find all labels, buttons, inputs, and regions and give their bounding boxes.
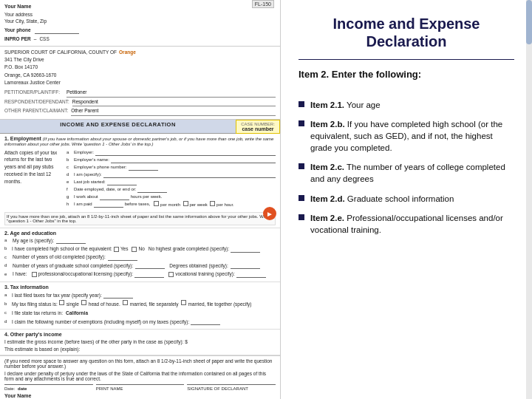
panel-header: Income and Expense Declaration Item 2. E…: [299, 15, 514, 87]
additional-jobs-note: If you have more than one job, attach an…: [4, 212, 276, 225]
list-item: Item 2.c. The number of years of college…: [299, 161, 514, 185]
bullet-icon: [299, 214, 304, 220]
party-income-subtext: This estimate is based on (explain):: [4, 346, 276, 353]
section-1-label: 1. Employment (If you have information a…: [4, 136, 276, 146]
party-income-text: I estimate the gross income (before taxe…: [4, 338, 276, 346]
court-info: SUPERIOR COURT OF CALIFORNIA, COUNTY OF …: [0, 47, 280, 120]
signature-row: Date: date PRINT NAME SIGNATURE OF DECLA…: [4, 384, 276, 391]
bullet-icon: [299, 195, 304, 201]
form-address-block: Your Name Your address Your City, State,…: [0, 0, 280, 47]
panel-title: Income and Expense Declaration: [299, 15, 514, 50]
age-edu-items: a My age is (specify): b I have complete…: [4, 237, 276, 279]
scrollbar-thumb[interactable]: [526, 0, 532, 44]
name-field: Your Name: [4, 3, 276, 11]
list-item: Item 2.d. Graduate school information: [299, 193, 514, 205]
bullet-icon: [299, 120, 304, 126]
phone-field: Your phone: [4, 27, 276, 34]
employment-section: 1. Employment (If you have information a…: [0, 134, 280, 228]
list-item: Item 2.e. Professional/occupational lice…: [299, 212, 514, 236]
inpro-row: INPRO PER – CSS: [4, 35, 276, 43]
form-bottom: (If you need more space to answer any qu…: [0, 355, 280, 399]
title-divider: [299, 59, 514, 60]
instructions-panel: Income and Expense Declaration Item 2. E…: [281, 0, 532, 399]
scrollbar-track[interactable]: [526, 0, 532, 399]
bullet-icon: [299, 101, 304, 107]
section-4-label: 4. Other party's income: [4, 332, 276, 337]
item-label: Item 2. Enter the following:: [299, 69, 514, 80]
list-item: Item 2.b. If you have completed high sch…: [299, 118, 514, 154]
form-title: INCOME AND EXPENSE DECLARATION: [0, 120, 236, 134]
list-item: Item 2.1. Your age: [299, 99, 514, 111]
tax-items: a I last filed taxes for tax year (speci…: [4, 291, 276, 326]
address-field: Your address: [4, 11, 276, 18]
section-3-label: 3. Tax information: [4, 284, 276, 290]
tax-section: 3. Tax information a I last filed taxes …: [0, 282, 280, 330]
age-education-section: 2. Age and education a My age is (specif…: [0, 228, 280, 282]
employment-fields: a Employer: b Employer's name: c Employe…: [66, 149, 276, 208]
penalty-text: I declare under penalty of perjury under…: [4, 371, 276, 381]
fl-badge: FL-150: [252, 0, 274, 8]
attach-instructions: Attach copies of your tax returns for th…: [4, 149, 64, 208]
bullet-icon: [299, 163, 304, 169]
city-field: Your City, State, Zip: [4, 18, 276, 25]
bottom-note: (If you need more space to answer any qu…: [4, 358, 276, 369]
title-bar-row: INCOME AND EXPENSE DECLARATION CASE NUMB…: [0, 120, 280, 134]
other-party-income-section: 4. Other party's income I estimate the g…: [0, 330, 280, 356]
form-document: FL-150 Your Name Your address Your City,…: [0, 0, 281, 399]
section-2-label: 2. Age and education: [4, 231, 276, 236]
bottom-name: Your Name: [4, 393, 276, 398]
case-number-box: CASE NUMBER: case number: [236, 120, 280, 134]
arrow-indicator: ►: [263, 207, 276, 220]
instruction-list: Item 2.1. Your age Item 2.b. If you have…: [299, 99, 514, 243]
